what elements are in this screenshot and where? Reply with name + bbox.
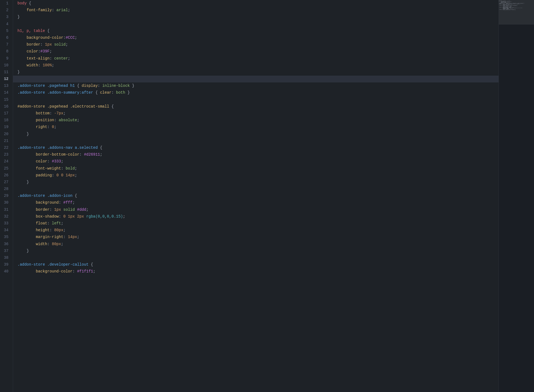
token-number: 80px bbox=[54, 227, 63, 234]
token-punct bbox=[52, 41, 54, 48]
token-prop: padding bbox=[36, 172, 52, 179]
token-indent bbox=[17, 179, 27, 186]
token-punct: : bbox=[50, 206, 54, 213]
token-value: left bbox=[52, 220, 61, 227]
code-line: font-family: arial; bbox=[13, 7, 499, 14]
token-indent bbox=[17, 213, 36, 220]
code-line: width: 100%; bbox=[13, 62, 499, 69]
token-value: center bbox=[54, 55, 68, 62]
token-punct: ; bbox=[50, 48, 52, 55]
code-line: bottom: -7px; bbox=[13, 110, 499, 117]
code-line bbox=[13, 21, 499, 28]
line-number: 8 bbox=[2, 48, 10, 55]
minimap-viewport bbox=[499, 0, 534, 25]
token-selector: h1, p, table bbox=[17, 28, 45, 34]
token-punct: ; bbox=[61, 220, 63, 227]
token-indent bbox=[17, 151, 36, 158]
token-punct: } bbox=[17, 69, 20, 76]
token-punct: ; bbox=[86, 206, 88, 213]
code-line: font-weight: bold; bbox=[13, 165, 499, 172]
token-indent bbox=[17, 117, 36, 124]
code-line: h1, p, table { bbox=[13, 28, 499, 34]
token-punct: ; bbox=[73, 199, 75, 206]
token-indent bbox=[17, 227, 36, 234]
token-indent bbox=[17, 165, 36, 172]
token-punct: ; bbox=[75, 34, 77, 41]
token-number: 80px bbox=[52, 241, 61, 248]
code-line: border: 1px solid; bbox=[13, 41, 499, 48]
code-line bbox=[13, 76, 499, 82]
line-number: 1 bbox=[2, 0, 10, 7]
token-punct: : bbox=[38, 62, 43, 69]
token-punct: : bbox=[63, 234, 68, 240]
code-area: 1234567891011121314151617181920212223242… bbox=[0, 0, 499, 392]
token-color: #CCC bbox=[65, 34, 75, 41]
token-punct: : bbox=[54, 117, 59, 124]
token-punct: : bbox=[50, 227, 54, 234]
token-punct: : bbox=[50, 55, 54, 62]
token-color: #39F bbox=[40, 48, 50, 55]
code-content[interactable]: body { font-family: arial;} h1, p, table… bbox=[13, 0, 499, 392]
token-prop: background-color bbox=[36, 268, 72, 275]
code-line: color: #333; bbox=[13, 158, 499, 165]
token-number: 1px bbox=[45, 41, 52, 48]
token-selector: body bbox=[17, 0, 27, 7]
code-line: box-shadow: 0 1px 2px rgba(0,0,0,0.15); bbox=[13, 213, 499, 220]
line-number: 21 bbox=[2, 138, 10, 144]
token-prop: bottom bbox=[36, 110, 49, 117]
line-numbers: 1234567891011121314151617181920212223242… bbox=[0, 0, 13, 392]
token-prop: border bbox=[27, 41, 40, 48]
token-punct: : bbox=[111, 89, 116, 96]
line-number: 33 bbox=[2, 220, 10, 227]
token-number: 0 bbox=[52, 124, 54, 130]
token-punct: } bbox=[125, 89, 130, 96]
token-indent bbox=[17, 48, 27, 55]
token-indent bbox=[17, 158, 36, 165]
token-punct: : bbox=[73, 268, 77, 275]
token-punct: ; bbox=[63, 227, 65, 234]
token-indent bbox=[17, 7, 27, 14]
line-number: 6 bbox=[2, 34, 10, 41]
token-prop: border bbox=[36, 206, 49, 213]
line-number: 38 bbox=[2, 254, 10, 261]
token-punct: : bbox=[52, 172, 56, 179]
token-indent bbox=[17, 124, 36, 130]
token-id: #addon-store .pagehead .electrocat-small bbox=[17, 103, 109, 110]
token-indent bbox=[17, 41, 27, 48]
token-punct bbox=[61, 206, 63, 213]
code-line: float: left; bbox=[13, 220, 499, 227]
token-prop: text-align bbox=[27, 55, 50, 62]
line-number: 7 bbox=[2, 41, 10, 48]
code-line: color:#39F; bbox=[13, 48, 499, 55]
token-punct: ; bbox=[68, 55, 70, 62]
token-punct: : bbox=[38, 48, 40, 55]
token-punct: ; bbox=[52, 62, 54, 69]
line-number: 28 bbox=[2, 186, 10, 192]
token-punct: ; bbox=[61, 158, 63, 165]
token-prop: display bbox=[82, 82, 98, 89]
token-punct: { bbox=[45, 28, 50, 34]
token-indent bbox=[17, 34, 27, 41]
token-prop: border-bottom-color bbox=[36, 151, 79, 158]
token-punct: { bbox=[88, 261, 93, 268]
token-punct: : bbox=[50, 110, 54, 117]
token-prop: font-weight bbox=[36, 165, 61, 172]
line-number: 19 bbox=[2, 124, 10, 130]
line-number: 17 bbox=[2, 110, 10, 117]
token-indent bbox=[17, 55, 27, 62]
token-punct: } bbox=[17, 14, 20, 20]
token-value: solid bbox=[54, 41, 65, 48]
token-class: .addon-store .pagehead h1 bbox=[17, 82, 75, 89]
line-number: 37 bbox=[2, 248, 10, 254]
token-class: .addon-store .developer-callout bbox=[17, 261, 88, 268]
line-number: 32 bbox=[2, 213, 10, 220]
token-value: both bbox=[116, 89, 125, 96]
line-number: 14 bbox=[2, 89, 10, 96]
editor-container: 1234567891011121314151617181920212223242… bbox=[0, 0, 534, 392]
code-line: right: 0; bbox=[13, 124, 499, 130]
token-punct: ; bbox=[77, 234, 79, 240]
code-line: .addon-store .addon-icon { bbox=[13, 192, 499, 199]
line-number: 22 bbox=[2, 144, 10, 151]
line-number: 34 bbox=[2, 227, 10, 234]
line-number: 25 bbox=[2, 165, 10, 172]
